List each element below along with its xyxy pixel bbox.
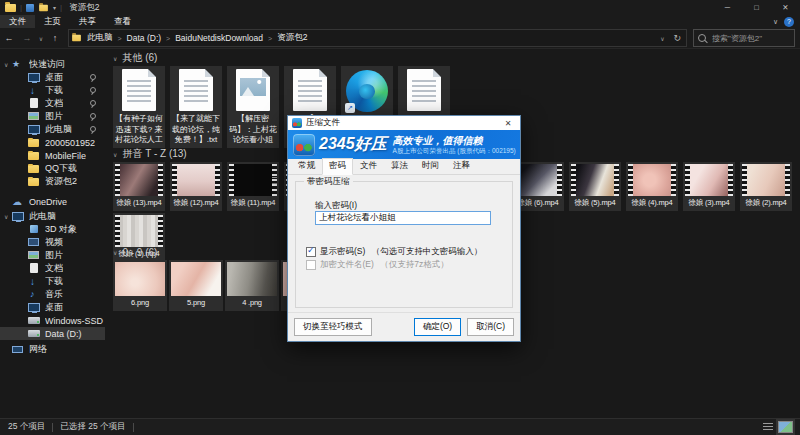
breadcrumb-item[interactable]: 资源包2 [272, 32, 312, 44]
menu-tab-3[interactable]: 查看 [105, 15, 140, 28]
qat-properties-icon[interactable] [26, 4, 34, 12]
file-tile[interactable]: 徐娘 (11).mp4 [227, 162, 279, 211]
download-icon [28, 85, 41, 96]
search-box[interactable] [693, 29, 795, 47]
back-icon[interactable]: ← [0, 33, 18, 43]
sidebar-item-17[interactable]: 音乐 [0, 288, 105, 301]
star-icon [12, 59, 25, 70]
file-tile[interactable]: 徐娘 (5).mp4 [569, 162, 621, 211]
sidebar-item-3[interactable]: 文档 [0, 97, 105, 110]
sidebar-item-13[interactable]: 视频 [0, 236, 105, 249]
menu-tab-0[interactable]: 文件 [0, 15, 35, 28]
file-tile[interactable]: 【来了就能下载的论坛，纯免费！】.txt [170, 66, 222, 148]
details-view-icon[interactable] [763, 423, 773, 432]
expand-chevron-icon: ∨ [4, 61, 12, 68]
file-tile[interactable]: 徐娘 (13).mp4 [113, 162, 165, 211]
dialog-checkbox-0[interactable]: 显示密码(S) （勾选可支持中文密码输入） [306, 246, 482, 258]
shortcut-arrow-icon [345, 103, 355, 113]
file-tile[interactable]: 徐娘 (12).mp4 [170, 162, 222, 211]
dialog-tab-4[interactable]: 时间 [415, 158, 446, 175]
sidebar-item-10[interactable]: OneDrive [0, 195, 105, 208]
file-tile[interactable]: 【解压密码】：上村花论坛看小姐姐.jpg [227, 66, 279, 148]
sidebar-item-label: 图片 [45, 110, 63, 123]
file-tile[interactable]: 4 .png [225, 260, 279, 311]
checkbox-hint: （仅支持7z格式） [378, 259, 449, 271]
file-tile[interactable]: 徐娘 (4).mp4 [626, 162, 678, 211]
file-tile[interactable]: 【有种子如何迅速下载? 来村花论坛人工加速】.txt [113, 66, 165, 148]
sidebar-item-label: 文档 [45, 262, 63, 275]
ok-button[interactable]: 确定(O) [414, 318, 461, 336]
sidebar-item-9[interactable]: 资源包2 [0, 175, 105, 188]
dialog-checkbox-1[interactable]: 加密文件名(E) （仅支持7z格式） [306, 259, 449, 271]
txt-file-icon [293, 69, 327, 111]
png-thumbnail [227, 262, 277, 296]
breadcrumb-item[interactable]: Data (D:) [122, 33, 166, 43]
pin-icon [88, 73, 97, 82]
sidebar-item-16[interactable]: 下载 [0, 275, 105, 288]
file-name: 徐娘 (5).mp4 [571, 198, 619, 209]
sidebar-item-18[interactable]: 桌面 [0, 301, 105, 314]
close-button[interactable]: ✕ [771, 0, 800, 15]
jpg-file-icon [236, 69, 270, 111]
sidebar-item-12[interactable]: 3D 对象 [0, 223, 105, 236]
file-tile[interactable]: 徐娘 (2).mp4 [740, 162, 792, 211]
address-box[interactable]: 此电脑>Data (D:)>BaiduNetdiskDownload>资源包2 … [68, 29, 687, 47]
status-bar: 25 个项目 已选择 25 个项目 [0, 418, 800, 435]
sidebar-item-8[interactable]: QQ下载 [0, 162, 105, 175]
file-tile[interactable]: 5.png [169, 260, 223, 311]
folder-icon [28, 176, 41, 187]
help-icon[interactable]: ? [784, 17, 794, 27]
file-tile[interactable]: 徐娘 (3).mp4 [683, 162, 735, 211]
menu-tab-1[interactable]: 主页 [35, 15, 70, 28]
sidebar-item-21[interactable]: 网络 [0, 343, 105, 356]
breadcrumb-item[interactable]: BaiduNetdiskDownload [170, 33, 268, 43]
address-bar: ← → ∨ ↑ 此电脑>Data (D:)>BaiduNetdiskDownlo… [0, 28, 800, 49]
address-dropdown-icon[interactable]: ∨ [657, 35, 667, 42]
file-name: 徐娘 (12).mp4 [172, 198, 220, 209]
sidebar-item-label: 2000501952 [45, 138, 95, 148]
dialog-tab-1[interactable]: 密码 [322, 158, 353, 175]
sidebar-item-6[interactable]: 2000501952 [0, 136, 105, 149]
sidebar-item-label: 网络 [29, 343, 47, 356]
maximize-button[interactable]: □ [742, 0, 771, 15]
dialog-tab-3[interactable]: 算法 [384, 158, 415, 175]
group-header[interactable]: ∨其他 (6) [113, 52, 450, 64]
password-input[interactable] [315, 211, 491, 225]
sidebar-item-14[interactable]: 图片 [0, 249, 105, 262]
search-input[interactable] [710, 33, 790, 44]
sidebar-item-19[interactable]: Windows-SSD (C:) [0, 314, 105, 327]
qat-dropdown-icon[interactable]: ▾ [53, 4, 56, 11]
lite-mode-button[interactable]: 切换至轻巧模式 [294, 318, 372, 336]
sidebar-item-7[interactable]: MobileFile [0, 149, 105, 162]
sidebar-item-1[interactable]: 桌面 [0, 71, 105, 84]
sidebar-item-11[interactable]: ∨此电脑 [0, 210, 105, 223]
menu-tabs: 文件主页共享查看 [0, 15, 140, 28]
dialog-close-icon[interactable]: ✕ [500, 119, 516, 128]
minimize-button[interactable]: ─ [713, 0, 742, 15]
qat-new-folder-icon[interactable] [39, 4, 48, 10]
forward-icon[interactable]: → [18, 33, 36, 43]
sidebar-item-20[interactable]: Data (D:) [0, 327, 105, 340]
cancel-button[interactable]: 取消(C) [467, 318, 514, 336]
breadcrumb-item[interactable]: 此电脑 [82, 32, 118, 44]
file-tile[interactable]: 6.png [113, 260, 167, 311]
sidebar-item-0[interactable]: ∨快速访问 [0, 58, 105, 71]
menu-tab-2[interactable]: 共享 [70, 15, 105, 28]
sidebar-item-4[interactable]: 图片 [0, 110, 105, 123]
dialog-tab-2[interactable]: 文件 [353, 158, 384, 175]
ribbon-collapse-icon[interactable]: ∨ [773, 18, 778, 26]
dialog-tab-5[interactable]: 注释 [446, 158, 477, 175]
sidebar-item-2[interactable]: 下载 [0, 84, 105, 97]
refresh-icon[interactable]: ↻ [673, 33, 681, 43]
explorer-app-icon [5, 4, 16, 12]
sidebar-item-5[interactable]: 此电脑 [0, 123, 105, 136]
large-icons-view-icon[interactable] [779, 422, 792, 432]
sidebar-item-15[interactable]: 文档 [0, 262, 105, 275]
sidebar-item-label: 桌面 [45, 301, 63, 314]
up-icon[interactable]: ↑ [46, 33, 64, 43]
dialog-tab-0[interactable]: 常规 [291, 158, 322, 175]
banner-subtitle: A股上市公司荣誉出品 (股票代码：002195) [393, 147, 515, 154]
file-name: 4 .png [227, 298, 277, 309]
history-dropdown-icon[interactable]: ∨ [36, 35, 46, 42]
desktop-icon [28, 72, 41, 83]
